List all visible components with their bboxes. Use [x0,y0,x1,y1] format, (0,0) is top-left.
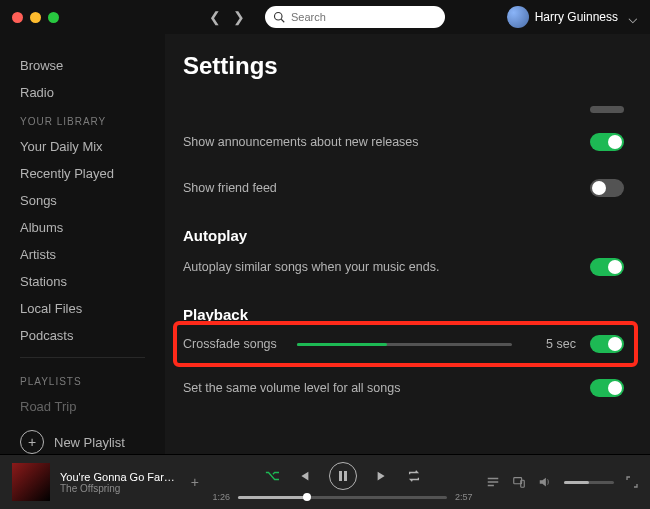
sidebar-item-podcasts[interactable]: Podcasts [0,322,165,349]
setting-crossfade: Crossfade songs 5 sec [183,323,624,365]
section-playback: Playback [183,306,624,323]
svg-line-1 [281,19,284,22]
nav-forward-icon[interactable]: ❯ [233,9,245,25]
devices-icon[interactable] [512,475,526,489]
page-title: Settings [183,52,624,80]
section-autoplay: Autoplay [183,227,624,244]
track-artist[interactable]: The Offspring [60,483,175,494]
minimize-window[interactable] [30,12,41,23]
sidebar-item-songs[interactable]: Songs [0,187,165,214]
next-icon[interactable] [375,469,389,483]
shuffle-icon[interactable] [265,469,279,483]
time-elapsed: 1:26 [213,492,231,502]
search-box[interactable] [265,6,445,28]
setting-label: Autoplay similar songs when your music e… [183,260,439,274]
sidebar-item-browse[interactable]: Browse [0,52,165,79]
progress-bar: 1:26 2:57 [213,492,473,502]
setting-label: Crossfade songs [183,337,283,351]
toggle-crossfade[interactable] [590,335,624,353]
avatar [507,6,529,28]
setting-autoplay: Autoplay similar songs when your music e… [183,244,624,290]
setting-announcements: Show announcements about new releases [183,119,624,165]
setting-normalize-volume: Set the same volume level for all songs [183,365,624,411]
sidebar-item-albums[interactable]: Albums [0,214,165,241]
maximize-window[interactable] [48,12,59,23]
track-info: You're Gonna Go Far… The Offspring [60,471,175,494]
new-playlist-label: New Playlist [54,435,125,450]
sidebar-item-artists[interactable]: Artists [0,241,165,268]
close-window[interactable] [12,12,23,23]
search-input[interactable] [291,11,437,23]
previous-icon[interactable] [297,469,311,483]
sidebar-item-daily-mix[interactable]: Your Daily Mix [0,133,165,160]
sidebar-item-stations[interactable]: Stations [0,268,165,295]
setting-label: Show friend feed [183,181,277,195]
playback-controls: 1:26 2:57 [209,462,476,502]
user-menu[interactable]: Harry Guinness [507,6,618,28]
crossfade-slider[interactable] [297,343,512,346]
sidebar-item-radio[interactable]: Radio [0,79,165,106]
svg-point-0 [275,13,283,21]
track-title[interactable]: You're Gonna Go Far… [60,471,175,483]
sidebar-header-playlists: PLAYLISTS [0,366,165,393]
player-bar: You're Gonna Go Far… The Offspring + 1:2… [0,454,650,509]
sidebar-header-library: YOUR LIBRARY [0,106,165,133]
time-duration: 2:57 [455,492,473,502]
expand-icon[interactable] [626,476,638,488]
titlebar: ❮ ❯ Harry Guinness ⌵ [0,0,650,34]
svg-rect-5 [521,480,525,487]
window-controls [12,12,59,23]
sidebar-item-recently-played[interactable]: Recently Played [0,160,165,187]
toggle-friend-feed[interactable] [590,179,624,197]
add-to-library-icon[interactable]: + [191,474,199,490]
toggle-normalize[interactable] [590,379,624,397]
svg-rect-3 [344,471,347,481]
volume-slider[interactable] [564,481,614,484]
queue-icon[interactable] [486,475,500,489]
chevron-down-icon[interactable]: ⌵ [628,8,638,27]
repeat-icon[interactable] [407,469,421,483]
sidebar: Browse Radio YOUR LIBRARY Your Daily Mix… [0,34,165,454]
user-name: Harry Guinness [535,10,618,24]
sidebar-item-playlist[interactable]: Road Trip [0,393,165,420]
sidebar-item-local-files[interactable]: Local Files [0,295,165,322]
nav-back-icon[interactable]: ❮ [209,9,221,25]
settings-panel: Settings Show announcements about new re… [165,34,650,454]
toggle-announcements[interactable] [590,133,624,151]
toggle-autoplay[interactable] [590,258,624,276]
seek-slider[interactable] [238,496,447,499]
setting-label: Set the same volume level for all songs [183,381,400,395]
partial-toggle[interactable] [590,106,624,113]
volume-icon[interactable] [538,475,552,489]
setting-label: Show announcements about new releases [183,135,419,149]
search-icon [273,11,285,23]
nav-arrows: ❮ ❯ [209,9,245,25]
pause-icon [338,471,348,481]
setting-friend-feed: Show friend feed [183,165,624,211]
crossfade-value: 5 sec [526,337,576,351]
album-art[interactable] [12,463,50,501]
svg-rect-2 [339,471,342,481]
plus-icon: + [20,430,44,454]
play-pause-button[interactable] [329,462,357,490]
new-playlist-button[interactable]: + New Playlist [0,420,165,454]
right-controls [486,475,638,489]
